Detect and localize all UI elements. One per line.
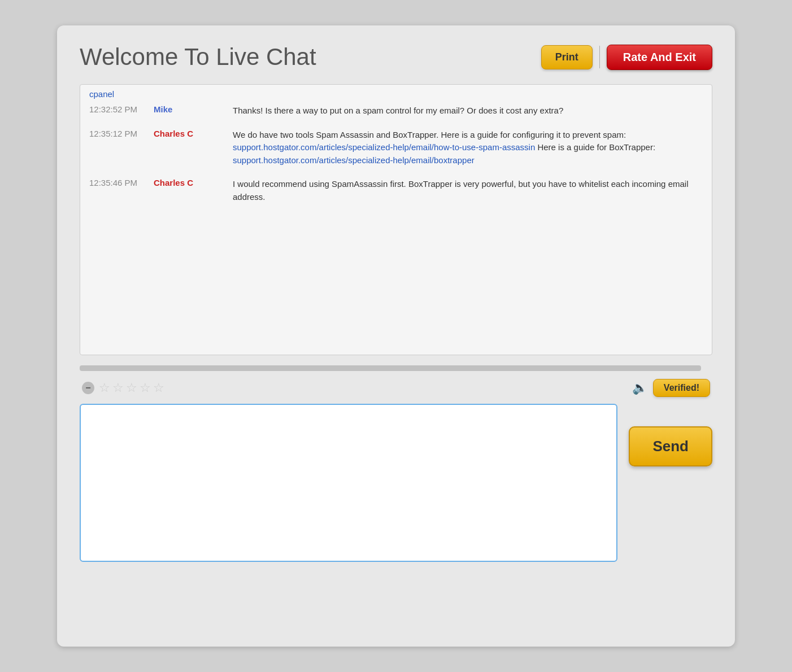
message-time: 12:35:46 PM (80, 172, 154, 209)
app-container: Welcome To Live Chat Print Rate And Exit… (57, 25, 735, 647)
table-row: 12:35:46 PM Charles C I would recommend … (80, 172, 712, 209)
chat-window[interactable]: cpanel 12:32:52 PM Mike Thanks! Is there… (80, 84, 712, 355)
message-time: 12:32:52 PM (80, 99, 154, 123)
header: Welcome To Live Chat Print Rate And Exit (80, 43, 712, 71)
message-sender: Charles C (154, 123, 233, 173)
message-sender: Mike (154, 99, 233, 123)
partial-message-top: cpanel (80, 85, 712, 99)
message-input[interactable] (80, 404, 617, 562)
input-area: Send (80, 404, 712, 562)
rate-exit-button[interactable]: Rate And Exit (607, 45, 712, 70)
star-4[interactable]: ☆ (140, 381, 151, 395)
print-button[interactable]: Print (541, 45, 593, 69)
table-row: 12:32:52 PM Mike Thanks! Is there a way … (80, 99, 712, 123)
speaker-icon[interactable]: 🔈 (632, 381, 647, 395)
chat-table: 12:32:52 PM Mike Thanks! Is there a way … (80, 99, 712, 209)
horizontal-scrollbar[interactable] (80, 365, 701, 371)
send-section: Send (629, 404, 712, 466)
spam-assassin-link[interactable]: support.hostgator.com/articles/specializ… (233, 142, 535, 152)
minus-rating-icon[interactable]: − (82, 382, 94, 394)
star-1[interactable]: ☆ (99, 381, 110, 395)
rating-right: 🔈 Verified! (632, 379, 710, 397)
star-3[interactable]: ☆ (126, 381, 137, 395)
message-text: Thanks! Is there a way to put on a spam … (233, 99, 712, 123)
header-actions: Print Rate And Exit (541, 45, 712, 70)
send-button[interactable]: Send (629, 426, 712, 466)
boxtrapper-link[interactable]: support.hostgator.com/articles/specializ… (233, 155, 475, 165)
message-time: 12:35:12 PM (80, 123, 154, 173)
header-divider (599, 46, 600, 68)
rating-left: − ☆ ☆ ☆ ☆ ☆ (82, 381, 164, 395)
page-title: Welcome To Live Chat (80, 43, 316, 71)
rating-bar: − ☆ ☆ ☆ ☆ ☆ 🔈 Verified! (80, 379, 712, 397)
star-rating[interactable]: ☆ ☆ ☆ ☆ ☆ (99, 381, 164, 395)
message-text: We do have two tools Spam Assassin and B… (233, 123, 712, 173)
star-2[interactable]: ☆ (112, 381, 124, 395)
table-row: 12:35:12 PM Charles C We do have two too… (80, 123, 712, 173)
message-text: I would recommend using SpamAssassin fir… (233, 172, 712, 209)
message-sender: Charles C (154, 172, 233, 209)
verified-button[interactable]: Verified! (653, 379, 710, 397)
star-5[interactable]: ☆ (153, 381, 164, 395)
chat-scroll-container: cpanel 12:32:52 PM Mike Thanks! Is there… (80, 84, 712, 371)
